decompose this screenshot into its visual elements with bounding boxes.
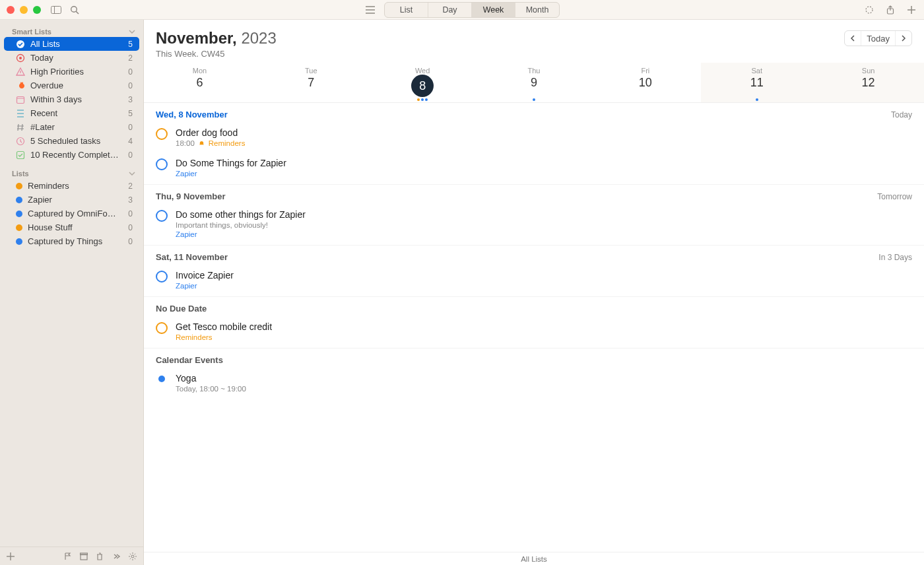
sync-status-icon[interactable]	[863, 4, 875, 16]
cal3-icon	[16, 95, 25, 104]
flag-icon[interactable]	[64, 552, 72, 560]
view-segmented: ListDayWeekMonth	[364, 2, 560, 18]
sidebar-list-item[interactable]: Reminders 2	[4, 179, 139, 193]
event-title: Yoga	[176, 373, 246, 383]
sidebar-item-label: 10 Recently Completed Tasks	[30, 150, 119, 160]
menu-button[interactable]	[364, 4, 376, 16]
week-day[interactable]: Fri 10	[589, 63, 701, 102]
sidebar-smart-item[interactable]: #Later 0	[4, 120, 139, 134]
sidebar-list-item[interactable]: Zapier 3	[4, 193, 139, 207]
sidebar-item-count: 0	[125, 223, 133, 232]
svg-point-7	[866, 7, 873, 13]
sidebar-smart-item[interactable]: Within 3 days 3	[4, 92, 139, 106]
sidebar-item-count: 5	[125, 109, 133, 118]
task-row[interactable]: Do Some Things for ZapierZapier	[144, 154, 924, 184]
weekday-date: 6	[144, 76, 255, 90]
sidebar-smart-item[interactable]: High Priorities 0	[4, 65, 139, 79]
task-list-label: Zapier	[176, 230, 197, 238]
sidebar-list-item[interactable]: Captured by Things 0	[4, 234, 139, 248]
task-section-header: Thu, 9 NovemberTomorrow	[144, 184, 924, 205]
week-day[interactable]: Sun 12	[812, 63, 924, 102]
minimize-window-button[interactable]	[20, 6, 28, 14]
sidebar-smart-item[interactable]: 10 Recently Completed Tasks 0	[4, 148, 139, 162]
task-title: Do some other things for Zapier	[176, 209, 306, 220]
weekday-name: Tue	[255, 67, 367, 75]
task-checkbox[interactable]	[156, 271, 168, 282]
sidebar-item-count: 0	[125, 209, 133, 218]
week-strip: Mon 6Tue 7Wed 8Thu 9Fri 10Sat 11Sun 12	[144, 63, 924, 103]
previous-week-button[interactable]	[845, 31, 861, 46]
task-list-label: Zapier	[176, 282, 197, 290]
svg-point-23	[131, 555, 134, 558]
task-list: Wed, 8 NovemberToday Order dog food18:00…	[144, 103, 924, 552]
add-list-button[interactable]	[7, 552, 15, 560]
weekday-date: 12	[812, 76, 924, 90]
weekday-name: Mon	[144, 67, 255, 75]
sidebar-list-item[interactable]: House Stuff 0	[4, 220, 139, 234]
sidebar-smart-item[interactable]: All Lists 5	[4, 37, 139, 51]
new-task-button[interactable]	[906, 4, 917, 16]
sidebar-item-count: 2	[125, 182, 133, 191]
view-tabs: ListDayWeekMonth	[384, 2, 560, 18]
task-title: Invoice Zapier	[176, 270, 234, 281]
view-tab-day[interactable]: Day	[428, 3, 472, 17]
task-row[interactable]: Do some other things for ZapierImportant…	[144, 205, 924, 245]
main: November, 2023 Today This Week. CW45 Mon…	[144, 20, 924, 565]
task-section-header: Calendar Events	[144, 348, 924, 369]
calendar-event[interactable]: Yoga Today, 18:00 ~ 19:00	[144, 369, 924, 399]
next-week-button[interactable]	[896, 31, 911, 46]
view-tab-month[interactable]: Month	[515, 3, 559, 17]
today-button[interactable]: Today	[861, 31, 896, 46]
titlebar: ListDayWeekMonth	[0, 0, 924, 20]
search-button[interactable]	[69, 4, 81, 16]
task-row[interactable]: Get Tesco mobile creditReminders	[144, 317, 924, 348]
view-tab-list[interactable]: List	[385, 3, 428, 17]
sidebar-section-label: Lists	[12, 170, 29, 178]
sidebar-smart-item[interactable]: Recent 5	[4, 106, 139, 120]
sidebar-smart-item[interactable]: 5 Scheduled tasks 4	[4, 134, 139, 148]
sidebar-item-label: Overdue	[30, 81, 119, 90]
svg-point-2	[71, 6, 77, 12]
event-dot-icon	[158, 376, 165, 382]
sidebar-item-label: Zapier	[28, 195, 119, 205]
sidebar-smart-item[interactable]: Overdue 0	[4, 79, 139, 92]
weekday-date: 11	[701, 76, 812, 90]
svg-rect-21	[81, 554, 87, 560]
week-day[interactable]: Mon 6	[144, 63, 255, 102]
week-day[interactable]: Wed 8	[367, 63, 478, 102]
sidebar-smart-item[interactable]: Today 2	[4, 51, 139, 65]
sidebar-section-smart-lists[interactable]: Smart Lists	[0, 24, 143, 37]
task-row[interactable]: Order dog food18:00Reminders	[144, 123, 924, 154]
settings-icon[interactable]	[129, 552, 137, 560]
task-checkbox[interactable]	[156, 128, 168, 140]
section-title: No Due Date	[156, 304, 207, 314]
trash-icon[interactable]	[96, 552, 104, 560]
sidebar-footer	[0, 547, 143, 565]
more-icon[interactable]	[112, 553, 121, 560]
task-checkbox[interactable]	[156, 210, 168, 222]
close-window-button[interactable]	[7, 6, 15, 14]
share-button[interactable]	[884, 4, 896, 16]
task-checkbox[interactable]	[156, 158, 168, 170]
sidebar-section-lists[interactable]: Lists	[0, 166, 143, 179]
chevron-down-icon	[129, 170, 135, 177]
section-title: Wed, 8 November	[156, 110, 228, 119]
week-day[interactable]: Tue 7	[255, 63, 367, 102]
archive-icon[interactable]	[80, 552, 88, 560]
toggle-sidebar-button[interactable]	[50, 4, 62, 16]
task-list-label: Zapier	[176, 170, 197, 178]
sidebar-list-item[interactable]: Captured by OmniFocus 0	[4, 207, 139, 220]
sidebar-item-label: Captured by OmniFocus	[28, 209, 119, 218]
year: 2023	[241, 29, 276, 47]
week-day[interactable]: Sat 11	[701, 63, 812, 102]
zoom-window-button[interactable]	[33, 6, 41, 14]
section-title: Thu, 9 November	[156, 191, 225, 201]
svg-rect-22	[81, 553, 88, 555]
sidebar-item-label: House Stuff	[28, 222, 119, 232]
task-row[interactable]: Invoice ZapierZapier	[144, 266, 924, 296]
week-day[interactable]: Thu 9	[478, 63, 590, 102]
task-checkbox[interactable]	[156, 322, 168, 334]
weekday-name: Sun	[812, 67, 924, 75]
view-tab-week[interactable]: Week	[472, 3, 515, 17]
recent-icon	[16, 109, 25, 118]
